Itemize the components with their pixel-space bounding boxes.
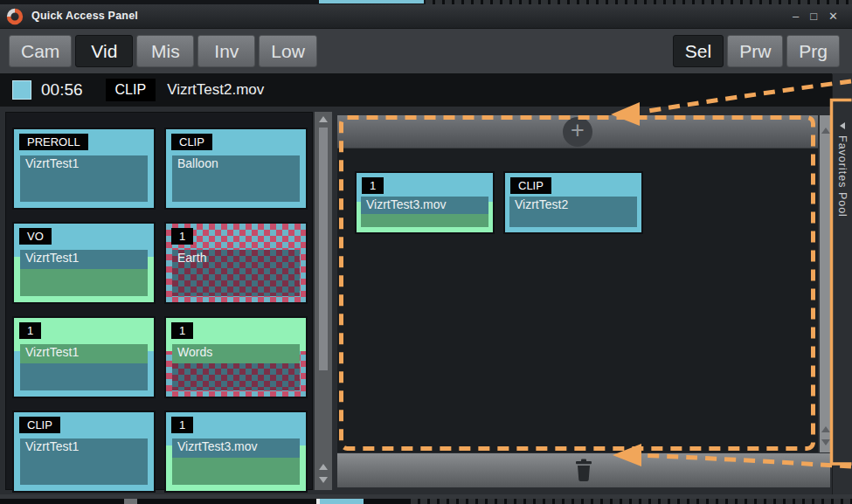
tab-low[interactable]: Low — [259, 35, 317, 67]
window-bottom-edge — [0, 494, 852, 499]
clip-tile[interactable]: VizrtTest3.mov 1 — [357, 173, 493, 232]
scroll-up-icon[interactable] — [821, 128, 830, 134]
clip-tile[interactable]: VizrtTest1 CLIP — [14, 412, 154, 491]
maximize-button[interactable]: □ — [810, 9, 817, 24]
favorites-pool-label: Favorites Pool — [836, 135, 849, 217]
favorites-add-bar[interactable]: + — [337, 115, 818, 148]
clip-tile[interactable]: VizrtTest3.mov 1 — [166, 412, 306, 491]
tab-vid[interactable]: Vid — [75, 35, 133, 67]
clip-type-badge: CLIP — [106, 79, 156, 101]
favorites-scrollbar[interactable] — [820, 115, 831, 452]
tab-mis[interactable]: Mis — [136, 35, 194, 67]
clip-badge: 1 — [362, 177, 384, 194]
clip-thumbnail: VizrtTest1 — [20, 344, 148, 390]
close-button[interactable]: ✕ — [828, 9, 838, 24]
favorites-delete-bar[interactable] — [337, 453, 830, 487]
clip-name: VizrtTest1 — [25, 251, 79, 265]
clip-tile[interactable]: Balloon CLIP — [166, 129, 306, 208]
clip-badge: PREROLL — [19, 134, 88, 150]
favorites-clip-list: VizrtTest3.mov 1 VizrtTest2 CLIP — [357, 173, 641, 232]
clip-badge: 1 — [19, 322, 41, 339]
clip-thumbnail: VizrtTest3.mov — [361, 197, 488, 227]
background-dotted-strip — [411, 499, 852, 504]
window-title: Quick Access Panel — [31, 10, 138, 22]
clip-badge: CLIP — [171, 134, 212, 150]
background-cyan-bar — [319, 0, 424, 3]
output-tabs: Sel Prw Prg — [673, 35, 840, 67]
clip-thumbnail: VizrtTest1 — [20, 438, 148, 485]
clip-thumbnail: Words — [172, 344, 300, 390]
clip-thumbnail: VizrtTest3.mov — [172, 438, 300, 485]
clip-tile[interactable]: Earth 1 — [166, 224, 306, 302]
tab-cam[interactable]: Cam — [9, 35, 72, 67]
screen: Quick Access Panel – □ ✕ Cam Vid Mis Inv… — [0, 0, 852, 504]
clip-badge: CLIP — [510, 177, 551, 194]
titlebar[interactable]: Quick Access Panel – □ ✕ — [0, 4, 852, 29]
favorites-drop-area[interactable]: VizrtTest3.mov 1 VizrtTest2 CLIP — [337, 148, 818, 452]
scroll-up-icon[interactable] — [319, 116, 328, 122]
background-gray-square — [124, 499, 137, 504]
clip-badge: 1 — [171, 228, 193, 245]
clip-thumbnail: Balloon — [172, 155, 300, 202]
clip-badge: 1 — [171, 322, 193, 339]
clip-tile[interactable]: VizrtTest2 CLIP — [505, 173, 641, 232]
scroll-up-icon[interactable] — [821, 426, 830, 432]
favorites-pool-side-tab[interactable]: Favorites Pool — [832, 74, 852, 499]
clip-tile[interactable]: VizrtTest1 1 — [14, 318, 154, 397]
source-tabs: Cam Vid Mis Inv Low — [9, 35, 317, 67]
background-bottom-strip — [0, 499, 852, 504]
scroll-down-icon[interactable] — [821, 439, 830, 445]
clip-name: VizrtTest2 — [515, 197, 568, 211]
quick-access-panel-window: Quick Access Panel – □ ✕ Cam Vid Mis Inv… — [0, 4, 852, 499]
tab-bar: Cam Vid Mis Inv Low Sel Prw Prg — [0, 29, 852, 73]
main-area: VizrtTest1 PREROLL Balloon CLIP VizrtTes… — [0, 107, 852, 494]
app-logo-icon — [5, 7, 24, 26]
clip-name: VizrtTest1 — [25, 156, 79, 170]
clip-thumbnail: VizrtTest1 — [20, 250, 148, 296]
clip-badge: CLIP — [19, 417, 60, 433]
clip-tile[interactable]: VizrtTest1 PREROLL — [14, 129, 154, 208]
clip-name: Earth — [177, 251, 206, 265]
scroll-down-icon[interactable] — [319, 477, 328, 483]
clip-grid-scrollbar[interactable] — [315, 112, 332, 490]
clip-grid-panel: VizrtTest1 PREROLL Balloon CLIP VizrtTes… — [5, 112, 313, 490]
clip-tile[interactable]: Words 1 — [166, 318, 306, 397]
scroll-up-icon[interactable] — [319, 464, 328, 470]
tab-inv[interactable]: Inv — [197, 35, 255, 67]
clip-badge: 1 — [171, 417, 193, 433]
clip-thumbnail: VizrtTest2 — [509, 197, 637, 227]
favorites-pool-panel: + VizrtTest3.mov 1 VizrtTest2 CLIP — [337, 115, 818, 452]
collapse-left-icon — [840, 122, 845, 129]
clip-badge: VO — [19, 228, 52, 245]
clip-thumbnail: VizrtTest1 — [20, 155, 148, 202]
tab-prw[interactable]: Prw — [727, 35, 783, 67]
clip-name: VizrtTest1 — [25, 345, 79, 359]
clip-name: VizrtTest3.mov — [177, 439, 258, 453]
tab-sel[interactable]: Sel — [673, 35, 724, 67]
clip-color-swatch — [12, 80, 31, 100]
scrollbar-thumb[interactable] — [319, 128, 328, 370]
minimize-button[interactable]: – — [793, 9, 799, 24]
current-clip-status-bar: 00:56 CLIP VizrtTest2.mov — [0, 73, 832, 107]
background-cyan-bar — [320, 499, 364, 504]
clip-name: VizrtTest3.mov — [366, 197, 447, 211]
tab-prg[interactable]: Prg — [786, 35, 840, 67]
add-icon[interactable]: + — [563, 117, 592, 147]
clip-name: Words — [177, 345, 212, 359]
clip-name: VizrtTest1 — [25, 439, 79, 453]
clip-name: Balloon — [177, 156, 218, 170]
clip-tile[interactable]: VizrtTest1 VO — [14, 224, 154, 302]
clip-thumbnail: Earth — [172, 250, 300, 296]
clip-timecode: 00:56 — [41, 80, 83, 100]
trash-icon[interactable] — [573, 459, 594, 482]
clip-filename: VizrtTest2.mov — [167, 81, 264, 99]
